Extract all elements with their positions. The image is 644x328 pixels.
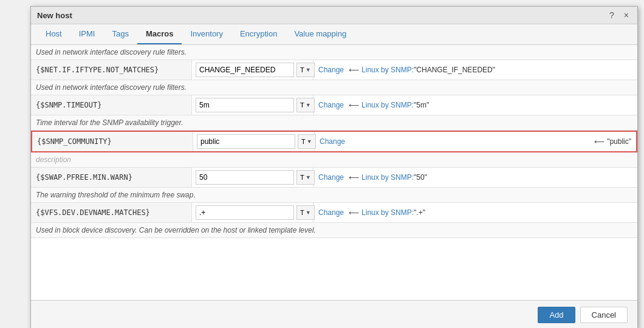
- source-link-2[interactable]: Linux by SNMP:: [361, 101, 414, 109]
- macro-actions-3: Change ⟵ "public": [315, 132, 636, 151]
- change-link-1[interactable]: Change: [318, 66, 344, 74]
- macro-name-3: {$SNMP_COMMUNITY}: [32, 132, 193, 151]
- list-item: Used in block device discovery. Can be o…: [31, 223, 637, 238]
- macro-type-btn-1[interactable]: T ▼: [296, 63, 315, 77]
- chevron-down-icon: ▼: [306, 210, 311, 216]
- macro-actions-5: Change ⟵ Linux by SNMP: ".+": [313, 203, 637, 222]
- macro-value-cell-5: T ▼: [192, 203, 313, 222]
- titlebar-actions: ? ×: [607, 10, 631, 20]
- macro-type-label-4: T: [300, 174, 304, 181]
- source-value-5: ".+": [414, 208, 425, 217]
- chevron-down-icon: ▼: [306, 174, 311, 180]
- macro-description-3: description: [31, 152, 637, 167]
- cancel-button[interactable]: Cancel: [580, 307, 628, 323]
- tab-ipmi[interactable]: IPMI: [70, 24, 104, 44]
- new-host-modal: New host ? × Host IPMI Tags Macros Inven…: [30, 6, 638, 328]
- macro-name-1: {$NET.IF.IFTYPE.NOT_MATCHES}: [31, 60, 192, 80]
- macro-value-input-4[interactable]: [196, 170, 294, 185]
- add-button[interactable]: Add: [538, 307, 575, 323]
- list-item: {$VFS.DEV.DEVNAME.MATCHES} T ▼ Change ⟵ …: [31, 203, 637, 223]
- macro-value-cell-4: T ▼: [192, 168, 313, 187]
- source-link-1[interactable]: Linux by SNMP:: [361, 66, 414, 74]
- macro-value-input-3[interactable]: [197, 134, 295, 149]
- change-link-4[interactable]: Change: [318, 173, 344, 182]
- change-link-3[interactable]: Change: [320, 137, 345, 146]
- chevron-down-icon: ▼: [306, 102, 311, 108]
- modal-footer: Add Cancel: [31, 300, 637, 328]
- macro-type-label-2: T: [300, 101, 304, 109]
- modal-overlay: New host ? × Host IPMI Tags Macros Inven…: [0, 0, 644, 328]
- macro-value-cell-3: T ▼: [193, 132, 315, 151]
- modal-title: New host: [37, 11, 72, 20]
- arrow-5: ⟵: [349, 208, 359, 217]
- macro-type-label-1: T: [300, 66, 304, 73]
- modal-titlebar: New host ? ×: [31, 7, 637, 24]
- chevron-down-icon: ▼: [306, 67, 311, 73]
- help-button[interactable]: ?: [607, 10, 617, 20]
- list-item: Used in network interface discovery rule…: [31, 45, 637, 60]
- macro-value-cell-2: T ▼: [192, 95, 313, 115]
- macro-description-2: Time interval for the SNMP availability …: [31, 115, 637, 130]
- list-item: Time interval for the SNMP availability …: [31, 115, 637, 131]
- macro-actions-4: Change ⟵ Linux by SNMP: "50": [313, 168, 637, 187]
- source-value-2: "5m": [414, 101, 429, 109]
- macro-description-4: The warning threshold of the minimum fre…: [31, 188, 637, 202]
- macro-value-input-1[interactable]: [196, 63, 294, 77]
- macros-content: Used in network interface discovery rule…: [31, 45, 637, 300]
- macro-type-label-5: T: [300, 209, 304, 216]
- macro-type-btn-5[interactable]: T ▼: [296, 205, 315, 220]
- tab-value-mapping[interactable]: Value mapping: [286, 24, 355, 44]
- list-item: description: [31, 152, 637, 168]
- macro-type-btn-4[interactable]: T ▼: [296, 170, 315, 185]
- chevron-down-icon: ▼: [307, 138, 312, 145]
- macro-value-cell-1: T ▼: [192, 60, 313, 80]
- close-button[interactable]: ×: [622, 10, 631, 20]
- arrow-1: ⟵: [349, 66, 359, 74]
- list-item: {$SNMP.TIMEOUT} T ▼ Change ⟵ Linux by SN…: [31, 95, 637, 115]
- macro-type-btn-2[interactable]: T ▼: [296, 98, 315, 112]
- macro-description-1: Used in network interface discovery rule…: [31, 80, 637, 95]
- tab-host[interactable]: Host: [37, 24, 70, 44]
- macro-description-5: Used in block device discovery. Can be o…: [31, 223, 637, 237]
- list-item: {$SWAP.PFREE.MIN.WARN} T ▼ Change ⟵ Linu…: [31, 168, 637, 188]
- source-value-4: "50": [414, 173, 427, 182]
- macro-type-btn-3[interactable]: T ▼: [298, 134, 316, 149]
- list-item: Used in network interface discovery rule…: [31, 80, 637, 95]
- macro-type-label-3: T: [301, 138, 306, 145]
- arrow-3: ⟵: [594, 137, 605, 146]
- macro-actions-2: Change ⟵ Linux by SNMP: "5m": [313, 95, 637, 115]
- tab-macros[interactable]: Macros: [137, 24, 182, 44]
- arrow-2: ⟵: [349, 101, 359, 109]
- arrow-4: ⟵: [349, 173, 359, 182]
- tab-tags[interactable]: Tags: [103, 24, 137, 44]
- list-item: The warning threshold of the minimum fre…: [31, 188, 637, 203]
- source-value-3: "public": [607, 137, 631, 146]
- macro-name-4: {$SWAP.PFREE.MIN.WARN}: [31, 168, 192, 187]
- list-item: {$NET.IF.IFTYPE.NOT_MATCHES} T ▼ Change …: [31, 60, 637, 80]
- source-link-4[interactable]: Linux by SNMP:: [361, 173, 414, 182]
- macro-name-2: {$SNMP.TIMEOUT}: [31, 95, 192, 115]
- source-value-1: "CHANGE_IF_NEEDED": [414, 66, 495, 74]
- macro-name-5: {$VFS.DEV.DEVNAME.MATCHES}: [31, 203, 192, 222]
- macro-description-0: Used in network interface discovery rule…: [31, 45, 637, 60]
- change-link-5[interactable]: Change: [318, 208, 344, 217]
- tab-encryption[interactable]: Encryption: [231, 24, 286, 44]
- modal-tabs: Host IPMI Tags Macros Inventory Encrypti…: [31, 24, 637, 45]
- macro-actions-1: Change ⟵ Linux by SNMP: "CHANGE_IF_NEEDE…: [313, 60, 637, 80]
- source-link-5[interactable]: Linux by SNMP:: [361, 208, 414, 217]
- macro-value-input-5[interactable]: [196, 205, 294, 220]
- tab-inventory[interactable]: Inventory: [182, 24, 231, 44]
- change-link-2[interactable]: Change: [318, 101, 344, 109]
- macro-value-input-2[interactable]: [196, 98, 294, 112]
- list-item: {$SNMP_COMMUNITY} T ▼ Change ⟵ "public": [31, 131, 637, 152]
